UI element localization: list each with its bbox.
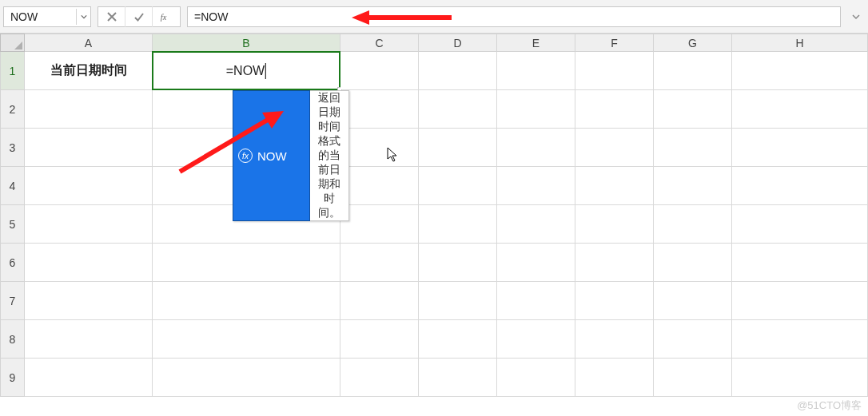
cell-D1[interactable]	[419, 52, 497, 90]
cell-G1[interactable]	[654, 52, 732, 90]
cell-H3[interactable]	[732, 129, 868, 167]
cell-B8[interactable]	[153, 320, 340, 359]
cell-G9[interactable]	[654, 359, 732, 397]
row-header-8[interactable]: 8	[1, 320, 25, 359]
cell-C6[interactable]	[340, 244, 419, 282]
column-header-G[interactable]: G	[654, 34, 732, 52]
autocomplete-description: 返回日期时间格式的当前日期和时间。	[310, 90, 349, 221]
column-header-C[interactable]: C	[340, 34, 419, 52]
cell-F3[interactable]	[575, 129, 654, 167]
cell-B6[interactable]	[153, 244, 340, 282]
cell-C7[interactable]	[340, 282, 419, 320]
cell-C4[interactable]	[340, 167, 419, 205]
cell-G4[interactable]	[654, 167, 732, 205]
cell-E8[interactable]	[497, 320, 575, 359]
column-header-A[interactable]: A	[25, 34, 153, 52]
spreadsheet-grid[interactable]: ABCDEFGH1当前日期时间=NOWfxNOW返回日期时间格式的当前日期和时间…	[0, 34, 868, 416]
name-box[interactable]: NOW	[3, 6, 91, 27]
cell-E6[interactable]	[497, 244, 575, 282]
row-header-5[interactable]: 5	[1, 205, 25, 244]
column-header-E[interactable]: E	[497, 34, 575, 52]
cell-C9[interactable]	[340, 359, 419, 397]
cell-H4[interactable]	[732, 167, 868, 205]
cell-A1[interactable]: 当前日期时间	[25, 52, 153, 90]
row-header-6[interactable]: 6	[1, 244, 25, 282]
cell-E7[interactable]	[497, 282, 575, 320]
cell-E9[interactable]	[497, 359, 575, 397]
cell-A4[interactable]	[25, 167, 153, 205]
name-box-dropdown-icon[interactable]	[76, 9, 87, 25]
cell-G3[interactable]	[654, 129, 732, 167]
cell-H5[interactable]	[732, 205, 868, 244]
cell-H8[interactable]	[732, 320, 868, 359]
cell-F5[interactable]	[575, 205, 654, 244]
svg-text:fx: fx	[161, 13, 167, 22]
cell-D2[interactable]	[419, 90, 497, 129]
cell-D4[interactable]	[419, 167, 497, 205]
row-header-1[interactable]: 1	[1, 52, 25, 90]
column-header-D[interactable]: D	[419, 34, 497, 52]
cancel-button[interactable]	[98, 6, 125, 27]
cell-F1[interactable]	[575, 52, 654, 90]
column-header-F[interactable]: F	[575, 34, 654, 52]
cell-C1[interactable]	[340, 52, 419, 90]
cell-G7[interactable]	[654, 282, 732, 320]
cell-H7[interactable]	[732, 282, 868, 320]
cell-F2[interactable]	[575, 90, 654, 129]
cell-C2[interactable]	[340, 90, 419, 129]
cell-D6[interactable]	[419, 244, 497, 282]
cell-B9[interactable]	[153, 359, 340, 397]
column-header-B[interactable]: B	[153, 34, 340, 52]
select-all-corner[interactable]	[1, 34, 25, 52]
cell-F9[interactable]	[575, 359, 654, 397]
cell-E5[interactable]	[497, 205, 575, 244]
cell-A3[interactable]	[25, 129, 153, 167]
cell-D8[interactable]	[419, 320, 497, 359]
cell-B7[interactable]	[153, 282, 340, 320]
row-header-9[interactable]: 9	[1, 359, 25, 397]
row-header-3[interactable]: 3	[1, 129, 25, 167]
cell-G6[interactable]	[654, 244, 732, 282]
cell-H1[interactable]	[732, 52, 868, 90]
cell-F4[interactable]	[575, 167, 654, 205]
cell-A9[interactable]	[25, 359, 153, 397]
cell-G2[interactable]	[654, 90, 732, 129]
formula-input-value: =NOW	[194, 10, 228, 23]
cell-D5[interactable]	[419, 205, 497, 244]
row-header-4[interactable]: 4	[1, 167, 25, 205]
cell-E1[interactable]	[497, 52, 575, 90]
cell-H9[interactable]	[732, 359, 868, 397]
cell-G8[interactable]	[654, 320, 732, 359]
cell-C8[interactable]	[340, 320, 419, 359]
formula-input[interactable]: =NOW	[187, 6, 841, 27]
cell-A6[interactable]	[25, 244, 153, 282]
cell-B1[interactable]: =NOWfxNOW返回日期时间格式的当前日期和时间。	[153, 52, 340, 90]
cell-F7[interactable]	[575, 282, 654, 320]
cell-F8[interactable]	[575, 320, 654, 359]
cell-editing-text: =NOW	[226, 64, 265, 78]
insert-function-button[interactable]: fx	[153, 6, 180, 27]
cell-D9[interactable]	[419, 359, 497, 397]
cell-H2[interactable]	[732, 90, 868, 129]
autocomplete-item[interactable]: fxNOW	[233, 90, 310, 221]
cell-A7[interactable]	[25, 282, 153, 320]
cell-E2[interactable]	[497, 90, 575, 129]
cell-G5[interactable]	[654, 205, 732, 244]
enter-button[interactable]	[125, 6, 153, 27]
formula-expand-button[interactable]	[847, 6, 865, 27]
cell-F6[interactable]	[575, 244, 654, 282]
cell-C5[interactable]	[340, 205, 419, 244]
cell-D7[interactable]	[419, 282, 497, 320]
cell-E4[interactable]	[497, 167, 575, 205]
column-header-H[interactable]: H	[732, 34, 868, 52]
cell-E3[interactable]	[497, 129, 575, 167]
cell-H6[interactable]	[732, 244, 868, 282]
cell-A5[interactable]	[25, 205, 153, 244]
cell-A2[interactable]	[25, 90, 153, 129]
cell-D3[interactable]	[419, 129, 497, 167]
cell-C3[interactable]	[340, 129, 419, 167]
cell-A8[interactable]	[25, 320, 153, 359]
row-header-2[interactable]: 2	[1, 90, 25, 129]
text-caret	[265, 63, 266, 79]
row-header-7[interactable]: 7	[1, 282, 25, 320]
